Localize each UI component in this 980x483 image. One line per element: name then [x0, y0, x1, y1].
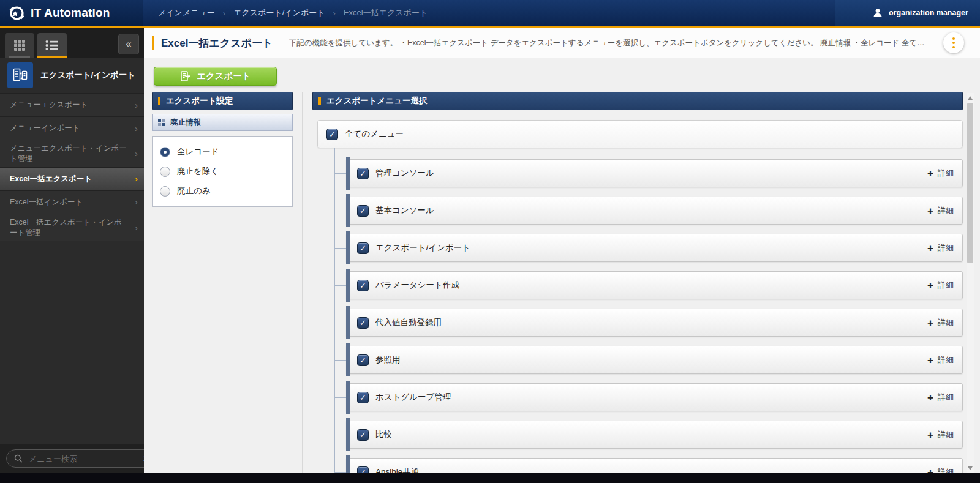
detail-button[interactable]: +詳細 — [927, 466, 954, 473]
group-checkbox[interactable]: ✓ — [357, 392, 369, 403]
bottom-bar — [0, 473, 980, 483]
menu-group-row-compare: ✓ 比較 +詳細 — [346, 421, 963, 449]
sidebar-item-excel-bulk-import[interactable]: Excel一括インポート › — [0, 190, 144, 214]
menu-group-row-hostgroup-mgmt: ✓ ホストグループ管理 +詳細 — [346, 383, 963, 411]
menu-group-row-parameter-sheet: ✓ パラメータシート作成 +詳細 — [346, 271, 963, 299]
more-options-button[interactable] — [943, 32, 964, 53]
scrollbar-thumb[interactable] — [967, 103, 973, 263]
check-icon: ✓ — [360, 431, 366, 439]
check-icon: ✓ — [360, 207, 366, 215]
detail-button[interactable]: +詳細 — [927, 354, 954, 365]
radio-option-all-records[interactable]: 全レコード — [160, 142, 285, 162]
sidebar-item-menu-export[interactable]: メニューエクスポート › — [0, 93, 144, 116]
detail-button[interactable]: +詳細 — [927, 205, 954, 216]
scroll-up-arrow[interactable] — [968, 96, 973, 100]
detail-button[interactable]: +詳細 — [927, 168, 954, 179]
group-checkbox[interactable]: ✓ — [357, 429, 369, 441]
radio-option-exclude-discarded[interactable]: 廃止を除く — [160, 162, 285, 181]
check-icon: ✓ — [360, 394, 366, 402]
plus-icon: + — [927, 392, 933, 403]
menu-group-row-ansible-common: ✓ Ansible共通 +詳細 — [346, 458, 963, 473]
export-menu-select-header: エクスポートメニュー選択 — [312, 92, 963, 110]
chevron-right-icon: › — [135, 99, 138, 111]
sidebar-item-menu-export-import-mgmt[interactable]: メニューエクスポート・インポート管理 › — [0, 140, 144, 167]
breadcrumb-main-menu[interactable]: メインメニュー — [158, 7, 215, 18]
export-button[interactable]: エクスポート — [154, 67, 277, 86]
group-checkbox[interactable]: ✓ — [357, 466, 369, 474]
top-header: IT Automation メインメニュー › エクスポート/インポート › E… — [0, 0, 980, 26]
menu-group-row-basic-console: ✓ 基本コンソール +詳細 — [346, 197, 963, 225]
check-icon: ✓ — [329, 130, 336, 138]
export-import-icon — [7, 62, 33, 88]
check-icon: ✓ — [360, 468, 366, 474]
plus-icon: + — [927, 243, 933, 253]
tree-connector — [334, 148, 335, 472]
tab-menu-grid[interactable] — [5, 33, 34, 58]
group-checkbox[interactable]: ✓ — [357, 242, 369, 254]
check-icon: ✓ — [360, 170, 366, 178]
sidebar-group-header: エクスポート/インポート — [0, 58, 144, 93]
plus-icon: + — [927, 355, 933, 365]
collapse-chevrons-icon: « — [126, 38, 131, 50]
detail-button[interactable]: +詳細 — [927, 429, 954, 440]
header-accent-bar — [158, 97, 160, 105]
sidebar-item-excel-bulk-export[interactable]: Excel一括エクスポート › — [0, 167, 144, 190]
radio-selected[interactable] — [160, 147, 170, 157]
discard-info-title: 廃止情報 — [170, 118, 201, 128]
menu-group-row-export-import: ✓ エクスポート/インポート +詳細 — [346, 234, 963, 262]
radio-unselected[interactable] — [160, 186, 170, 197]
menu-group-row-substitution-auto-reg: ✓ 代入値自動登録用 +詳細 — [346, 309, 963, 337]
group-checkbox[interactable]: ✓ — [357, 354, 369, 366]
tab-indicator — [9, 56, 30, 58]
detail-button[interactable]: +詳細 — [927, 280, 954, 291]
radio-unselected[interactable] — [160, 167, 170, 177]
discard-info-section-header[interactable]: 廃止情報 — [152, 114, 293, 131]
plus-icon: + — [927, 430, 933, 440]
user-icon — [872, 7, 883, 18]
menu-search-box[interactable]: ✕ — [6, 449, 144, 468]
menu-search-input[interactable] — [28, 454, 138, 464]
select-all-label: 全てのメニュー — [345, 129, 404, 140]
group-checkbox[interactable]: ✓ — [357, 317, 369, 329]
tab-active-indicator — [37, 56, 67, 58]
detail-button[interactable]: +詳細 — [927, 317, 954, 328]
app-logo[interactable]: IT Automation — [0, 0, 143, 26]
sidebar-search-panel: ✕ — [0, 444, 144, 473]
tab-menu-list[interactable] — [37, 33, 67, 58]
detail-button[interactable]: +詳細 — [927, 242, 954, 253]
plus-icon: + — [927, 467, 933, 474]
scroll-down-arrow[interactable] — [968, 466, 973, 470]
export-menu-select-panel: エクスポートメニュー選択 ✓ 全てのメニュー ✓ 管理コンソール +詳細 ✓ 基… — [312, 92, 963, 473]
sidebar-item-excel-bulk-export-import-mgmt[interactable]: Excel一括エクスポート・インポート管理 › — [0, 214, 144, 241]
breadcrumb-separator-icon: › — [333, 9, 336, 18]
radio-option-discarded-only[interactable]: 廃止のみ — [160, 181, 285, 201]
user-menu[interactable]: organization manager — [835, 0, 980, 26]
menu-group-list: ✓ 管理コンソール +詳細 ✓ 基本コンソール +詳細 ✓ エクスポート/インポ… — [312, 159, 963, 473]
detail-button[interactable]: +詳細 — [927, 392, 954, 403]
chevron-right-icon: › — [135, 148, 138, 160]
check-icon: ✓ — [360, 319, 366, 327]
user-name: organization manager — [889, 9, 968, 17]
plus-icon: + — [927, 280, 933, 291]
grid-icon — [13, 39, 26, 51]
sidebar-collapse-button[interactable]: « — [118, 34, 139, 54]
export-button-label: エクスポート — [197, 70, 251, 82]
main-content: Excel一括エクスポート 下記の機能を提供しています。 ・Excel一括エクス… — [144, 28, 980, 473]
app-title: IT Automation — [31, 6, 110, 20]
page-topic-bar: Excel一括エクスポート 下記の機能を提供しています。 ・Excel一括エクス… — [144, 28, 980, 58]
chevron-right-icon: › — [135, 222, 138, 234]
sidebar-group-title: エクスポート/インポート — [40, 70, 137, 81]
group-checkbox[interactable]: ✓ — [357, 280, 369, 291]
sidebar-nav: メニューエクスポート › メニューインポート › メニューエクスポート・インポー… — [0, 93, 144, 241]
select-all-checkbox[interactable]: ✓ — [326, 129, 338, 140]
group-checkbox[interactable]: ✓ — [357, 205, 369, 217]
sidebar-item-menu-import[interactable]: メニューインポート › — [0, 116, 144, 140]
select-all-menus-row: ✓ 全てのメニュー — [317, 120, 963, 148]
chevron-right-icon: › — [135, 196, 138, 208]
export-icon — [179, 70, 191, 82]
vertical-scrollbar — [967, 93, 974, 473]
logo-swirl-icon — [9, 5, 25, 21]
plus-icon: + — [927, 318, 933, 328]
group-checkbox[interactable]: ✓ — [357, 168, 369, 179]
breadcrumb-export-import[interactable]: エクスポート/インポート — [233, 7, 325, 18]
